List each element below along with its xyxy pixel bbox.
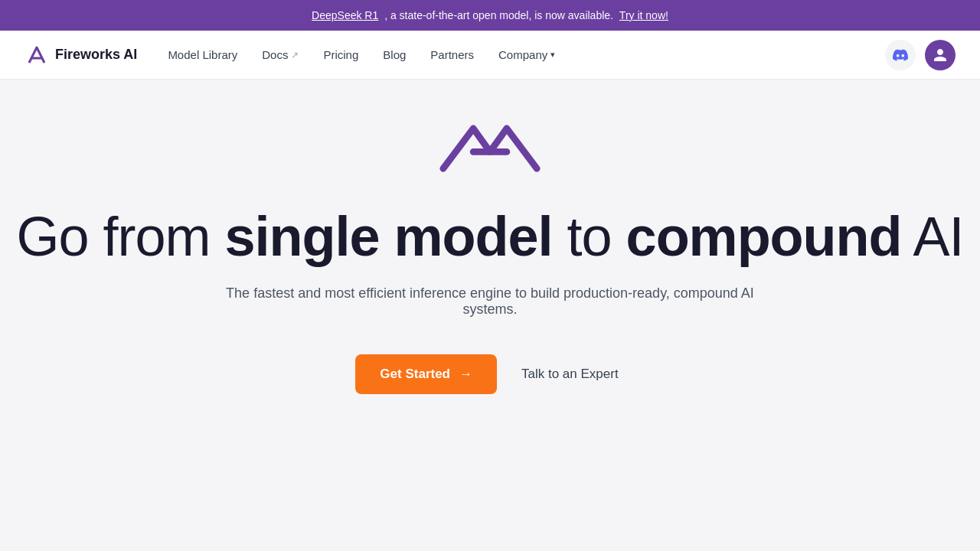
hero-title: Go from single model to compound AI: [16, 207, 963, 267]
logo[interactable]: Fireworks AI: [24, 43, 137, 67]
deepseek-link[interactable]: DeepSeek R1: [312, 9, 378, 21]
announcement-banner: DeepSeek R1 , a state-of-the-art open mo…: [0, 0, 980, 31]
cta-buttons: Get Started → Talk to an Expert: [355, 354, 624, 394]
hero-subtitle: The fastest and most efficient inference…: [222, 285, 758, 318]
talk-to-expert-button[interactable]: Talk to an Expert: [515, 354, 625, 394]
get-started-button[interactable]: Get Started →: [355, 354, 497, 394]
discord-icon: [893, 47, 908, 63]
logo-icon: [24, 43, 49, 67]
hero-logo-svg: [436, 118, 544, 179]
nav-pricing[interactable]: Pricing: [323, 48, 358, 61]
hero-title-part1: Go from: [16, 206, 224, 267]
hero-title-part2: to: [553, 206, 626, 267]
hero-title-part3: AI: [902, 206, 964, 267]
arrow-right-icon: →: [459, 367, 472, 382]
discord-button[interactable]: [885, 40, 916, 70]
hero-title-bold1: single model: [224, 206, 552, 267]
nav-blog[interactable]: Blog: [383, 48, 406, 61]
external-link-icon: ↗: [291, 50, 299, 60]
nav-partners[interactable]: Partners: [430, 48, 474, 61]
nav-right: [885, 40, 956, 70]
user-button[interactable]: [925, 40, 956, 70]
navbar: Fireworks AI Model Library Docs ↗ Pricin…: [0, 31, 980, 80]
hero-logo: [436, 118, 544, 182]
nav-model-library[interactable]: Model Library: [168, 48, 237, 61]
hero-title-bold2: compound: [626, 206, 902, 267]
nav-docs[interactable]: Docs ↗: [262, 48, 299, 61]
chevron-down-icon: ▾: [550, 50, 555, 60]
nav-links: Model Library Docs ↗ Pricing Blog Partne…: [168, 48, 885, 61]
hero-section: Go from single model to compound AI The …: [0, 80, 980, 551]
user-icon: [933, 47, 948, 63]
nav-company[interactable]: Company ▾: [498, 48, 555, 61]
logo-text: Fireworks AI: [55, 47, 137, 63]
try-now-link[interactable]: Try it now!: [619, 9, 668, 21]
